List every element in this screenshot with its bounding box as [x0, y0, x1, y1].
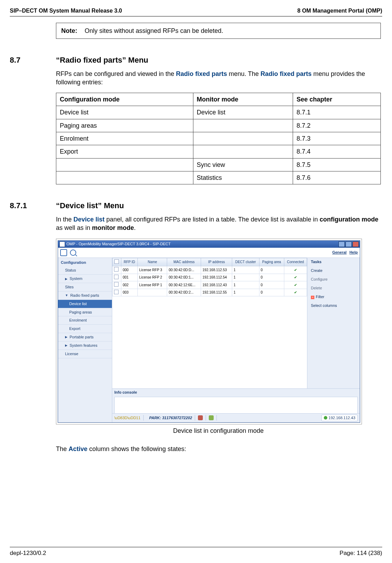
col-monitor-mode: Monitor mode — [193, 93, 293, 106]
table-cell — [193, 119, 293, 132]
section-number-8-7-1: 8.7.1 — [10, 200, 48, 211]
row-checkbox[interactable] — [114, 275, 119, 279]
table-cell: 8.7.4 — [293, 145, 381, 158]
status-ip-pill[interactable]: 192.168.112.43 — [321, 415, 358, 421]
column-header[interactable]: DECT cluster — [232, 258, 259, 266]
column-header[interactable] — [113, 258, 121, 266]
text: The — [56, 445, 69, 452]
table-row[interactable]: 001License RFP 200:30:42:0D:1...192.168.… — [113, 274, 307, 281]
status-ip: 192.168.112.43 — [329, 415, 355, 421]
sidebar-item-system-features[interactable]: ▶System features — [58, 342, 112, 350]
task-label: Configure — [311, 277, 328, 281]
table-cell: 00:30:42:0D:1... — [167, 274, 201, 281]
sidebar-item-paging-areas[interactable]: Paging areas — [58, 308, 112, 317]
task-delete: Delete — [311, 284, 356, 293]
toolbar-link-help[interactable]: Help — [349, 250, 358, 255]
sidebar-item-label: Device list — [69, 301, 87, 307]
sidebar-item-label: Sites — [65, 284, 73, 290]
table-cell: 001 — [121, 274, 137, 281]
intro-paragraph-8-7-1: In the Device list panel, all configured… — [56, 215, 381, 232]
table-row: Enrolment8.7.3 — [56, 132, 381, 145]
sidebar-item-radio-fixed-parts[interactable]: ▼Radio fixed parts — [58, 291, 112, 300]
column-header[interactable]: Connected — [284, 258, 307, 266]
section-title-8-7-1: “Device list” Menu — [48, 200, 124, 211]
sidebar-item-label: System — [70, 276, 83, 281]
tasks-panel: Tasks CreateConfigureDelete×FilterSelect… — [307, 258, 360, 388]
sidebar-item-status[interactable]: Status — [58, 266, 112, 275]
column-header[interactable]: Name — [138, 258, 167, 266]
table-cell: Export — [56, 145, 193, 158]
row-checkbox[interactable] — [114, 267, 119, 272]
task-label: Delete — [311, 286, 322, 290]
row-checkbox[interactable] — [114, 290, 119, 294]
toolbar-link-general[interactable]: General — [332, 250, 347, 255]
column-header[interactable]: RFP ID — [121, 258, 137, 266]
sidebar-item-label: Portable parts — [70, 335, 93, 340]
sidebar-item-export[interactable]: Export — [58, 325, 112, 333]
connected-check-icon: ✔ — [294, 283, 297, 287]
sidebar-item-portable-parts[interactable]: ▶Portable parts — [58, 333, 112, 342]
column-header[interactable]: IP address — [201, 258, 232, 266]
row-checkbox[interactable] — [114, 282, 119, 287]
footer-left: depl-1230/0.2 — [10, 549, 46, 557]
col-see-chapter: See chapter — [293, 93, 381, 106]
table-cell: 1 — [232, 289, 259, 296]
table-cell: 192.168.112.53 — [201, 266, 232, 274]
table-cell: License RFP 3 — [138, 266, 167, 274]
gear-icon[interactable] — [60, 249, 67, 256]
minimize-button[interactable] — [338, 241, 345, 247]
task-create[interactable]: Create — [311, 266, 356, 275]
sidebar-item-label: Status — [65, 268, 76, 273]
omp-window: OMP - OpenMobility ManagerSIP-DECT 3.0RC… — [58, 240, 360, 423]
close-button[interactable] — [352, 241, 359, 247]
table-cell: 1 — [232, 266, 259, 274]
screenshot-device-list: OMP - OpenMobility ManagerSIP-DECT 3.0RC… — [56, 239, 362, 424]
sidebar-item-system[interactable]: ▶System — [58, 275, 112, 283]
link-active-column[interactable]: Active — [69, 445, 87, 452]
table-cell: 8.7.1 — [293, 106, 381, 119]
search-icon[interactable] — [70, 249, 76, 256]
header-left: SIP–DECT OM System Manual Release 3.0 — [10, 7, 122, 15]
column-header[interactable]: Paging area — [259, 258, 284, 266]
table-row[interactable]: 002License RFP 100:30:42:12:6E...192.168… — [113, 281, 307, 289]
link-device-list[interactable]: Device list — [73, 216, 105, 223]
device-list-grid[interactable]: RFP IDNameMAC addressIP addressDECT clus… — [112, 258, 307, 388]
table-row[interactable]: 00300:30:42:0D:2...192.168.112.5510✔ — [113, 289, 307, 296]
table-cell: 8.7.3 — [293, 132, 381, 145]
status-icon-ok[interactable] — [209, 415, 214, 420]
link-radio-fixed-parts[interactable]: Radio fixed parts — [176, 70, 227, 77]
task-filter[interactable]: ×Filter — [311, 293, 356, 301]
task-label: Filter — [316, 295, 324, 299]
col-config-mode: Configuration mode — [56, 93, 193, 106]
table-row: Device listDevice list8.7.1 — [56, 106, 381, 119]
section-title-8-7: “Radio fixed parts” Menu — [48, 55, 148, 65]
note-label: Note: — [61, 27, 83, 35]
table-cell: 192.168.112.43 — [201, 281, 232, 289]
select-all-checkbox[interactable] — [114, 259, 119, 264]
column-header[interactable]: MAC address — [167, 258, 201, 266]
table-cell: ✔ — [284, 289, 307, 296]
table-cell: 1 — [232, 281, 259, 289]
clear-filter-icon[interactable]: × — [311, 296, 314, 299]
page-header: SIP–DECT OM System Manual Release 3.0 8 … — [10, 7, 382, 16]
info-console-body — [114, 397, 358, 414]
table-row[interactable]: 000License RFP 300:30:42:0D:D...192.168.… — [113, 266, 307, 274]
task-select-columns[interactable]: Select columns — [311, 301, 356, 310]
sidebar-item-label: Export — [69, 326, 80, 331]
table-row: Statistics8.7.6 — [56, 171, 381, 184]
expand-arrow-icon: ▶ — [65, 277, 67, 281]
status-icon-alert[interactable] — [198, 415, 203, 420]
link-radio-fixed-parts-2[interactable]: Radio fixed parts — [261, 70, 312, 77]
table-cell: 0 — [259, 281, 284, 289]
maximize-button[interactable] — [345, 241, 352, 247]
text: column shows the following states: — [87, 445, 186, 452]
sidebar-item-license[interactable]: License — [58, 350, 112, 358]
sidebar-item-device-list[interactable]: Device list — [58, 300, 112, 308]
expand-arrow-icon: ▼ — [65, 293, 68, 297]
sidebar-item-enrolment[interactable]: Enrolment — [58, 316, 112, 325]
info-console: Info console — [112, 388, 360, 413]
sidebar-item-sites[interactable]: Sites — [58, 283, 112, 291]
key-icon: \uD83D\uDD11 — [114, 415, 141, 421]
park-value: PARK: 31176307272202 — [149, 415, 192, 421]
table-cell — [56, 171, 193, 184]
